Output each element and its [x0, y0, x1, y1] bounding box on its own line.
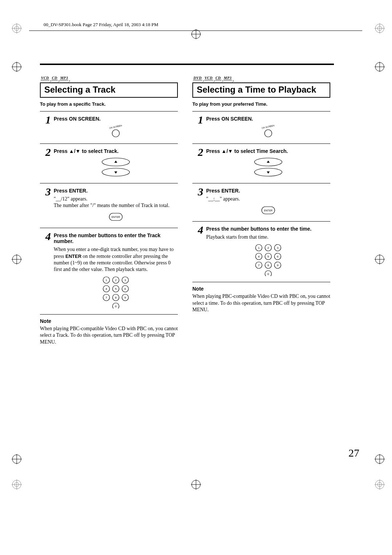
left-step3-text1: "__/12" appears.	[54, 196, 178, 202]
step-number: 1	[40, 114, 54, 125]
enter-button-icon: ENTER	[206, 205, 330, 215]
step-number: 2	[40, 147, 54, 158]
tag-cd: CD	[52, 76, 58, 80]
reg-mark-tr	[375, 23, 385, 33]
left-step-1: 1 Press ON SCREEN. ON SCREEN	[40, 111, 178, 143]
note-text-right: When playing PBC-compatible Video CD wit…	[192, 293, 330, 313]
reg-mark-bc	[191, 479, 201, 490]
onscreen-button-icon: ON SCREEN	[54, 125, 178, 138]
svg-text:0: 0	[268, 272, 269, 276]
tag-vcd: VCD	[41, 76, 49, 80]
page-content: 00_DV-SP301.book Page 27 Friday, April 1…	[36, 22, 356, 345]
left-note: Note When playing PBC-compatible Video C…	[40, 314, 178, 345]
reg-mark-tl	[12, 23, 22, 33]
step-number: 2	[192, 147, 206, 158]
updown-buttons-icon	[206, 157, 330, 177]
title-box-right: Selecting a Time to Playback	[192, 82, 330, 98]
title-box-left: Selecting a Track	[40, 82, 178, 98]
svg-marker-67	[267, 171, 270, 174]
reg-mark-bl2	[12, 479, 22, 490]
right-step-1: 1 Press ON SCREEN. ON SCREEN	[192, 111, 330, 143]
tag-vcd: VCD	[204, 76, 213, 80]
step-number: 4	[40, 231, 54, 242]
svg-text:4: 4	[258, 255, 260, 258]
tag-cd: CD	[215, 76, 221, 80]
note-text-right-a: When playing PBC-compatible Video CD wit…	[192, 293, 330, 305]
intro-right: To play from your preferred Time.	[192, 101, 330, 107]
right-note: Note When playing PBC-compatible Video C…	[192, 282, 330, 313]
left-column: VCD CD MP3 Selecting a Track To play fro…	[40, 76, 178, 345]
svg-text:1: 1	[258, 246, 260, 250]
title-left: Selecting a Track	[44, 85, 173, 95]
svg-text:4: 4	[106, 287, 107, 291]
disc-tags-left: VCD CD MP3	[40, 76, 178, 80]
right-step4-text1: Playback starts from that time.	[206, 234, 330, 240]
step-number: 3	[192, 186, 206, 197]
svg-marker-65	[267, 161, 270, 163]
svg-text:7: 7	[258, 264, 260, 267]
svg-text:ENTER: ENTER	[111, 216, 120, 218]
svg-text:2: 2	[268, 246, 269, 250]
reg-mark-tr2	[375, 62, 385, 72]
tag-mp3: MP3	[224, 76, 232, 80]
reg-mark-br2	[375, 479, 385, 490]
svg-marker-39	[114, 171, 117, 174]
svg-text:2: 2	[115, 279, 117, 282]
reg-mark-bl	[12, 454, 22, 464]
left-step1-heading: Press ON SCREEN.	[54, 116, 178, 122]
enter-button-icon: ENTER	[54, 212, 178, 222]
enter-cmd: ENTER	[65, 254, 81, 259]
svg-text:ENTER: ENTER	[264, 209, 273, 212]
updown-buttons-icon	[54, 157, 178, 177]
disc-tags-right: DVD VCD CD MP3	[192, 76, 330, 80]
left-step4-heading: Press the number buttons to enter the Tr…	[54, 232, 178, 244]
tag-dvd: DVD	[193, 76, 202, 80]
note-text-left: When playing PBC-compatible Video CD wit…	[40, 325, 178, 345]
left-step-2: 2 Press ▲/▼ to select Track.	[40, 143, 178, 183]
svg-text:5: 5	[115, 287, 117, 291]
left-step3-heading: Press ENTER.	[54, 188, 178, 194]
title-right: Selecting a Time to Playback	[197, 85, 326, 95]
note-label-left: Note	[40, 318, 178, 324]
reg-mark-tc	[191, 29, 201, 39]
svg-text:9: 9	[277, 264, 279, 267]
numpad-icon: 1 2 3 4 5 6 7 8 9 0	[206, 243, 330, 276]
left-step-3: 3 Press ENTER. "__/12" appears. The numb…	[40, 183, 178, 228]
note-text-right-b: .	[207, 307, 209, 312]
svg-text:9: 9	[124, 296, 126, 299]
right-step2-heading: Press ▲/▼ to select Time Search.	[206, 148, 330, 154]
right-step-4: 4 Press the number buttons to enter the …	[192, 221, 330, 282]
onscreen-button-icon: ON SCREEN	[206, 125, 330, 138]
right-step1-heading: Press ON SCREEN.	[206, 116, 330, 122]
reg-mark-ml	[12, 254, 22, 264]
reg-mark-tl2	[12, 62, 22, 72]
intro-left: To play from a specific Track.	[40, 101, 178, 107]
svg-text:7: 7	[106, 296, 107, 299]
left-step-4: 4 Press the number buttons to enter the …	[40, 228, 178, 314]
right-step-2: 2 Press ▲/▼ to select Time Search.	[192, 143, 330, 183]
right-step4-heading: Press the number buttons to enter the ti…	[206, 226, 330, 232]
right-step3-heading: Press ENTER.	[206, 188, 330, 194]
svg-text:3: 3	[277, 246, 279, 250]
page-header-path: 00_DV-SP301.book Page 27 Friday, April 1…	[36, 22, 356, 28]
svg-text:6: 6	[277, 255, 279, 258]
reg-mark-br	[375, 454, 385, 464]
svg-text:5: 5	[268, 255, 269, 258]
svg-text:1: 1	[106, 279, 107, 282]
svg-text:6: 6	[124, 287, 126, 291]
right-column: DVD VCD CD MP3 Selecting a Time to Playb…	[192, 76, 330, 345]
body-top-rule	[40, 64, 334, 65]
note-text-left-b: .	[55, 339, 56, 345]
svg-marker-37	[114, 161, 117, 163]
left-step3-text2: The number after "/" means the number of…	[54, 202, 178, 209]
svg-text:ON SCREEN: ON SCREEN	[109, 125, 122, 129]
svg-text:0: 0	[115, 305, 117, 308]
step-number: 1	[192, 114, 206, 125]
svg-text:ON SCREEN: ON SCREEN	[262, 125, 275, 129]
svg-text:8: 8	[115, 296, 117, 299]
svg-text:8: 8	[268, 264, 269, 267]
step-number: 4	[192, 224, 206, 235]
page-number: 27	[348, 447, 359, 459]
step-number: 3	[40, 186, 54, 197]
numpad-icon: 1 2 3 4 5 6 7 8 9 0	[54, 276, 178, 308]
